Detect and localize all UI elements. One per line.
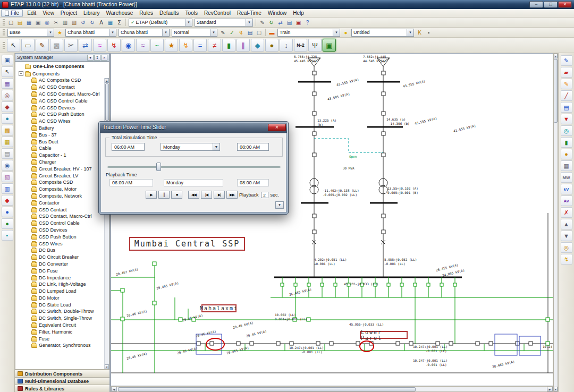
theme-swatch-icon[interactable]: ▪ bbox=[2, 230, 13, 241]
composite-network-icon[interactable]: ▦ bbox=[2, 78, 13, 89]
canvas-vertical-scrollbar[interactable]: ▲ ▼ bbox=[553, 53, 558, 392]
panel-close-button[interactable]: × bbox=[101, 55, 107, 61]
menu-real-time[interactable]: Real-Time bbox=[234, 10, 265, 16]
alert-diamonds-icon[interactable]: ◆ bbox=[2, 195, 13, 206]
dc-load-flow-icon[interactable]: = bbox=[193, 39, 207, 52]
tree-item-equivalent-circuit[interactable]: Equivalent Circuit bbox=[15, 322, 109, 329]
harmonic-icon[interactable]: ≈ bbox=[136, 39, 149, 52]
calculator-icon[interactable]: ▦ bbox=[561, 160, 572, 171]
play-button[interactable]: ▶ bbox=[146, 191, 157, 199]
display-mode-combo[interactable]: Normal ▾ bbox=[172, 29, 217, 37]
tree-item-dc-bus[interactable]: DC Bus bbox=[15, 247, 109, 254]
funnel-icon[interactable]: ▼ bbox=[561, 114, 572, 124]
menu-defaults[interactable]: Defaults bbox=[156, 10, 182, 16]
remove-results-icon[interactable]: ✗ bbox=[561, 207, 572, 218]
tree-item-ac-csd-control-cable[interactable]: AC CSD Control Cable bbox=[15, 97, 109, 104]
dialog-close-button[interactable]: × bbox=[268, 124, 286, 131]
minimize-button[interactable]: − bbox=[529, 1, 543, 8]
toolbar-style-combo[interactable]: Standard ▾ bbox=[195, 19, 253, 27]
revision-icon[interactable]: ◉ bbox=[2, 160, 13, 171]
page-down-icon[interactable]: ▼ bbox=[561, 231, 572, 241]
marquee-icon[interactable]: ▭ bbox=[21, 39, 35, 52]
edit-preferences-icon[interactable]: ✎ bbox=[258, 18, 267, 27]
refresh-icon[interactable]: ↻ bbox=[267, 18, 276, 27]
lock-icon[interactable]: ▪ bbox=[424, 28, 433, 37]
summary-icon[interactable]: Σ bbox=[115, 18, 124, 27]
scroll-down-button[interactable]: ▼ bbox=[554, 387, 558, 391]
n2-contingency-icon[interactable]: N-2 bbox=[294, 39, 307, 52]
toolbar-grip[interactable] bbox=[3, 42, 5, 49]
scroll-left-button[interactable]: ◀ bbox=[111, 387, 117, 391]
scroll-up-button[interactable]: ▲ bbox=[105, 78, 109, 83]
link-icon[interactable]: ⇄ bbox=[79, 39, 92, 52]
stop-button[interactable]: ■ bbox=[171, 191, 182, 199]
bulb-icon[interactable]: ● bbox=[341, 28, 350, 37]
edit-mode-icon[interactable]: ✎ bbox=[218, 28, 227, 37]
amp-units-icon[interactable]: Av bbox=[561, 195, 572, 206]
text-icon[interactable]: A bbox=[97, 18, 106, 27]
oneline-diagram-combo[interactable]: Chuna bhatti ▾ bbox=[119, 29, 170, 37]
tree-item-ac-csd-contact[interactable]: AC CSD Contact bbox=[15, 84, 109, 91]
tree-item-bus-37[interactable]: Bus - 37 bbox=[15, 131, 109, 138]
collapse-icon[interactable]: − bbox=[19, 71, 23, 76]
color-theme-icon[interactable]: ▩ bbox=[50, 39, 63, 52]
tree-item-components[interactable]: − Components bbox=[15, 70, 109, 77]
panel-pin-button[interactable]: ↧ bbox=[94, 55, 100, 61]
scroll-up-button[interactable]: ▲ bbox=[554, 54, 558, 58]
dc-short-circuit-icon[interactable]: ≠ bbox=[208, 39, 221, 52]
menu-warehouse[interactable]: Warehouse bbox=[103, 10, 137, 16]
tree-item-dc-fuse[interactable]: DC Fuse bbox=[15, 267, 109, 274]
playback-speed-input[interactable]: 2 bbox=[261, 192, 268, 198]
map-window-icon[interactable]: ▣ bbox=[2, 55, 13, 65]
print-icon[interactable]: ▣ bbox=[33, 18, 43, 27]
hide-protection-icon[interactable]: ◆ bbox=[2, 101, 13, 112]
menu-view[interactable]: View bbox=[39, 10, 57, 16]
tab-distribution-components[interactable]: Distribution Components bbox=[15, 370, 109, 377]
brush-icon[interactable]: ▰ bbox=[561, 67, 572, 78]
globe-icon[interactable]: ● bbox=[2, 113, 13, 124]
new-project-icon[interactable]: ▢ bbox=[6, 18, 15, 27]
tree-item-dc-motor[interactable]: DC Motor bbox=[15, 295, 109, 302]
copy-icon[interactable]: ▥ bbox=[61, 18, 70, 27]
realtime-mode-icon[interactable]: ▣ bbox=[323, 39, 336, 52]
pause-button[interactable]: ║ bbox=[158, 191, 170, 199]
power-icon[interactable]: ↯ bbox=[561, 254, 572, 265]
scrollbar-thumb[interactable] bbox=[554, 59, 558, 123]
paste-icon[interactable]: ▧ bbox=[70, 18, 79, 27]
tab-rules-libraries[interactable]: Rules & Libraries bbox=[15, 385, 109, 392]
tree-item-battery[interactable]: Battery bbox=[15, 125, 109, 132]
tree-item-circuit-breaker-lv[interactable]: Circuit Breaker, LV bbox=[15, 172, 109, 179]
tree-item-csd-devices[interactable]: CSD Devices bbox=[15, 227, 109, 234]
simulation-start-time-field[interactable]: 06:00 AM bbox=[112, 143, 145, 151]
marker-icon[interactable]: ✎ bbox=[561, 79, 572, 89]
label-lower-parel[interactable]: Lower Parel bbox=[360, 331, 408, 339]
cut-icon[interactable]: ✂ bbox=[52, 18, 61, 27]
reliability-icon[interactable]: ● bbox=[265, 39, 278, 52]
load-flow-icon[interactable]: ≈ bbox=[93, 39, 106, 52]
cut-region-icon[interactable]: ✂ bbox=[64, 39, 78, 52]
dialog-expand-button[interactable]: ▼ bbox=[275, 201, 284, 209]
compare-icon[interactable]: ⇄ bbox=[276, 18, 285, 27]
switching-sequence-icon[interactable]: ↕ bbox=[280, 39, 293, 52]
save-icon[interactable]: ▦ bbox=[24, 18, 33, 27]
tree-item-ac-csd-contact-macro-ctrl[interactable]: AC CSD Contact, Macro-Ctrl bbox=[15, 91, 109, 98]
select-mode-icon[interactable]: ↖ bbox=[7, 39, 20, 52]
pen-icon[interactable]: ✎ bbox=[36, 39, 49, 52]
grid-icon[interactable]: ▦ bbox=[106, 18, 115, 27]
study-case-combo[interactable]: Untitled ▾ bbox=[351, 29, 414, 37]
tree-item-contactor[interactable]: Contactor bbox=[15, 199, 109, 206]
datablock-icon[interactable]: ▤ bbox=[285, 18, 294, 27]
target-icon[interactable]: ◎ bbox=[561, 242, 572, 253]
palette-icon[interactable]: ▧ bbox=[2, 172, 13, 182]
color-grid-icon[interactable]: ▩ bbox=[2, 125, 13, 135]
phase-grid-icon[interactable]: ▦ bbox=[2, 137, 13, 147]
help-icon[interactable]: ? bbox=[303, 18, 312, 27]
step-back-button[interactable]: |◀ bbox=[201, 191, 212, 199]
tree-item-cable[interactable]: Cable bbox=[15, 145, 109, 152]
tree-item-csd-contact-macro-ctrl[interactable]: CSD Contact, Macro-Ctrl bbox=[15, 213, 109, 220]
tree-item-dc-static-load[interactable]: DC Static Load bbox=[15, 301, 109, 308]
status-dots-blue-icon[interactable]: ● bbox=[2, 207, 13, 217]
mw-units-icon[interactable]: MW bbox=[561, 172, 572, 183]
menu-edit[interactable]: Edit bbox=[24, 10, 39, 16]
library-book-icon[interactable]: ▥ bbox=[2, 183, 13, 194]
